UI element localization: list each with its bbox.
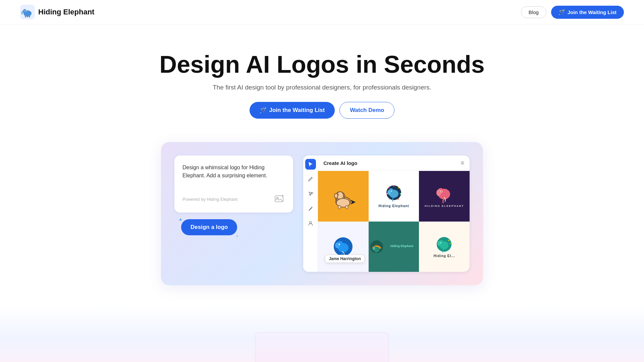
svg-rect-9 [275, 196, 283, 202]
svg-point-42 [339, 244, 340, 245]
prompt-text: Design a whimsical logo for Hiding Eleph… [182, 164, 285, 180]
logo-teal-elephant-2 [433, 236, 455, 253]
deco-rect [255, 332, 389, 362]
svg-rect-8 [29, 16, 30, 17]
nav-right: Blog 🪄 Join the Waiting List [521, 6, 624, 19]
logo-area[interactable]: Hiding Elephant [20, 5, 94, 19]
canvas-header: Create AI logo ≡ [318, 156, 470, 171]
right-panel: Create AI logo ≡ [303, 156, 470, 272]
canvas-area: Create AI logo ≡ [318, 156, 470, 272]
hero-buttons: 🪄 Join the Waiting List Watch Demo [13, 102, 631, 119]
logo-text: Hiding Elephant [38, 8, 94, 16]
logo-cell-4[interactable]: Jame Harrington [318, 222, 369, 272]
svg-point-32 [391, 191, 392, 192]
wand-icon-hero: 🪄 [260, 107, 267, 114]
nav-waiting-list-button[interactable]: 🪄 Join the Waiting List [551, 6, 624, 19]
prompt-box: Design a whimsical logo for Hiding Eleph… [174, 156, 293, 213]
logo-cell-1[interactable]: ➤ [318, 171, 369, 222]
tooltip-badge: Jame Harrington [325, 255, 364, 263]
cursor-tool[interactable] [305, 159, 316, 170]
svg-point-51 [437, 241, 441, 246]
demo-card: Design a whimsical logo for Hiding Eleph… [161, 142, 483, 285]
logo-icon [20, 5, 35, 19]
hero-subtitle: The first AI design tool by professional… [13, 84, 631, 91]
user-tool[interactable] [305, 218, 316, 229]
svg-rect-19 [338, 205, 341, 209]
navbar: Hiding Elephant Blog 🪄 Join the Waiting … [0, 0, 644, 24]
svg-point-5 [26, 10, 26, 11]
svg-rect-7 [27, 16, 28, 17]
logo-pink-elephant [433, 185, 455, 203]
logo-colorful-elephant [382, 184, 406, 203]
hero-waiting-list-label: Join the Waiting List [269, 107, 325, 114]
svg-point-26 [388, 187, 389, 188]
svg-point-30 [389, 198, 390, 200]
svg-point-41 [335, 242, 340, 248]
svg-point-24 [393, 185, 394, 186]
svg-point-29 [397, 198, 399, 200]
svg-point-35 [436, 189, 441, 196]
tooltip-name: Jame Harrington [329, 256, 361, 261]
hero-watch-demo-button[interactable]: Watch Demo [339, 102, 394, 119]
svg-point-37 [441, 191, 442, 192]
pen-tool[interactable] [305, 174, 316, 184]
svg-point-31 [387, 190, 391, 195]
menu-icon[interactable]: ≡ [461, 160, 464, 167]
svg-point-46 [372, 247, 375, 250]
vector-tool[interactable] [305, 188, 316, 199]
image-sparkle-icon [274, 194, 285, 204]
svg-point-27 [400, 193, 401, 194]
pencil-tool[interactable] [305, 203, 316, 214]
powered-by-text: Powered by Hiding Elephant [182, 197, 237, 202]
svg-rect-6 [25, 16, 26, 17]
left-panel: Design a whimsical logo for Hiding Eleph… [174, 156, 293, 235]
logo-cell-6[interactable]: Hiding El... [419, 222, 470, 272]
logo-cell-3[interactable]: HILDING ELEEPHANT [419, 171, 470, 222]
hero-section: Design AI Logos in Seconds The first AI … [0, 24, 644, 132]
bottom-decoration [0, 305, 644, 362]
logo-cell-5[interactable]: Hiding Elephant [369, 222, 419, 272]
wand-icon-nav: 🪄 [558, 9, 565, 15]
logo-teal-elephant [369, 236, 385, 258]
logo-cell-2[interactable]: Hiding Elephant [369, 171, 419, 222]
logo-elephant-outline [328, 181, 358, 211]
svg-point-11 [310, 222, 312, 224]
logo-grid: ➤ [318, 171, 470, 272]
toolbar-sidebar [303, 156, 318, 272]
canvas-title: Create AI logo [323, 160, 357, 166]
demo-wrapper: Design a whimsical logo for Hiding Eleph… [0, 132, 644, 305]
blog-button[interactable]: Blog [521, 6, 546, 18]
svg-rect-20 [345, 205, 348, 209]
svg-point-52 [440, 242, 441, 243]
hero-title: Design AI Logos in Seconds [13, 51, 631, 78]
hero-waiting-list-button[interactable]: 🪄 Join the Waiting List [250, 102, 335, 119]
prompt-footer: Powered by Hiding Elephant [182, 194, 285, 204]
svg-point-47 [374, 247, 375, 248]
svg-point-17 [334, 193, 338, 198]
logo-blue-circle [331, 236, 356, 258]
design-logo-button[interactable]: Design a logo [181, 219, 237, 235]
nav-waiting-list-label: Join the Waiting List [568, 9, 616, 15]
svg-point-25 [398, 187, 399, 188]
